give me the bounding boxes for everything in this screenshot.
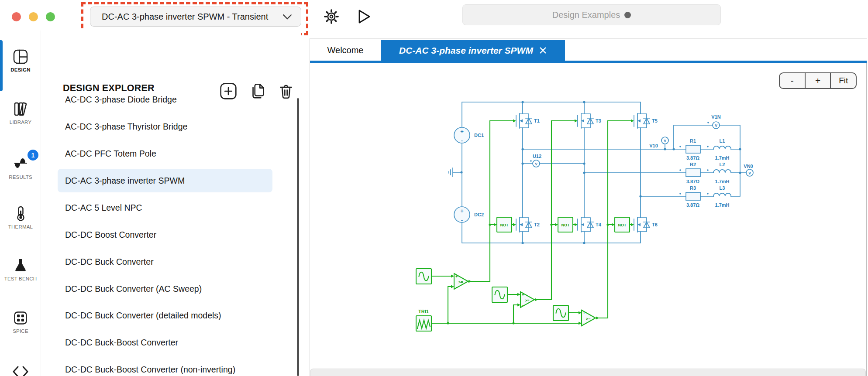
sidebar-item-label: LIBRARY: [10, 120, 31, 125]
svg-text:V: V: [715, 123, 717, 128]
svg-text:R1: R1: [690, 138, 696, 144]
list-item[interactable]: AC-DC 3-phase Diode Bridge: [58, 88, 272, 111]
svg-text:V: V: [748, 171, 751, 175]
design-config-dropdown[interactable]: DC-AC 3-phase inverter SPWM - Transient: [90, 7, 301, 27]
design-examples-button[interactable]: Design Examples: [462, 4, 721, 25]
mosfet-t4[interactable]: T4: [578, 217, 602, 232]
window-close-button[interactable]: [12, 12, 21, 21]
resistor-r1[interactable]: R1 3.87Ω: [686, 138, 700, 161]
svg-text:DC1: DC1: [474, 133, 484, 138]
flask-icon: [12, 257, 29, 274]
sine-source-1[interactable]: [416, 269, 431, 284]
voltmeter-u12[interactable]: V U12: [533, 154, 541, 167]
sidebar-item-thermal[interactable]: THERMAL: [0, 205, 41, 229]
sidebar-item-test-bench[interactable]: TEST BENCH: [0, 257, 41, 281]
sidebar-item-design[interactable]: DESIGN: [0, 48, 41, 72]
window-zoom-button[interactable]: [46, 12, 55, 21]
svg-text:+: +: [522, 293, 524, 297]
sidebar-item-code[interactable]: [0, 363, 41, 376]
comparator-3[interactable]: + - >=: [582, 310, 596, 326]
results-count-badge: 1: [28, 150, 38, 161]
mosfet-t5[interactable]: T5: [634, 113, 658, 128]
run-simulation-button[interactable]: [358, 9, 371, 24]
sine-source-2[interactable]: [492, 287, 507, 302]
mosfet-t3[interactable]: T3: [578, 113, 601, 128]
svg-text:V1N: V1N: [711, 114, 720, 120]
sidebar-item-results[interactable]: 1 RESULTS: [0, 154, 41, 180]
sine-source-3[interactable]: [553, 305, 568, 321]
list-item[interactable]: DC-DC Buck Converter (AC Sweep): [58, 277, 272, 301]
not-gate-1[interactable]: NOT: [497, 217, 512, 232]
comparator-1[interactable]: + - >=: [454, 273, 468, 289]
sidebar-item-library[interactable]: LIBRARY: [0, 100, 41, 125]
svg-text:T5: T5: [652, 118, 658, 123]
svg-text:-: -: [583, 321, 585, 326]
voltmeter-vn0[interactable]: V VN0: [744, 164, 753, 176]
tab-welcome[interactable]: Welcome: [310, 40, 381, 61]
sidebar-item-spice[interactable]: SPICE: [0, 309, 41, 334]
resistor-r3[interactable]: R3 3.87Ω: [686, 185, 700, 208]
inductor-l2[interactable]: L2 1.7mH: [713, 162, 731, 184]
svg-text:1.7mH: 1.7mH: [715, 179, 729, 184]
explorer-scrollbar[interactable]: [297, 98, 299, 376]
list-item[interactable]: DC-DC Buck Converter: [58, 250, 272, 273]
list-item[interactable]: DC-DC Boost Converter: [58, 223, 272, 246]
design-config-dropdown-value: DC-AC 3-phase inverter SPWM - Transient: [102, 12, 282, 22]
svg-text:1.7mH: 1.7mH: [715, 155, 729, 161]
mosfet-t1[interactable]: T1: [516, 113, 540, 128]
not-gate-3[interactable]: NOT: [615, 217, 630, 232]
svg-text:V: V: [535, 162, 537, 166]
list-item-selected[interactable]: DC-AC 3-phase inverter SPWM: [58, 169, 272, 192]
dc-source-dc2[interactable]: + - DC2: [454, 207, 484, 223]
inductor-l1[interactable]: L1 1.7mH: [713, 138, 731, 161]
svg-text:VN0: VN0: [744, 164, 753, 169]
mosfet-t6[interactable]: T6: [634, 217, 658, 232]
comparator-2[interactable]: + - >=: [520, 292, 534, 308]
examples-dot-icon: [624, 12, 631, 18]
tab-active-design[interactable]: DC-AC 3-phase inverter SPWM: [381, 40, 565, 61]
svg-text:R2: R2: [690, 162, 696, 167]
code-icon: [11, 363, 30, 376]
not-gate-2[interactable]: NOT: [558, 217, 573, 232]
zoom-in-button[interactable]: +: [805, 73, 830, 88]
svg-text:DC2: DC2: [474, 212, 484, 217]
schematic-canvas[interactable]: + - DC1 + - DC2 T1 T3 T5 T2: [310, 63, 866, 369]
voltmeter-v1n[interactable]: V V1N: [711, 114, 720, 129]
window-minimize-button[interactable]: [29, 12, 38, 21]
svg-text:R3: R3: [690, 185, 696, 191]
svg-text:>=: >=: [586, 317, 591, 321]
sidebar-item-label: THERMAL: [8, 224, 33, 229]
list-item[interactable]: AC-DC 3-phase Thyristor Bridge: [58, 115, 272, 138]
mosfet-t2[interactable]: T2: [516, 217, 540, 232]
list-item[interactable]: DC-AC 5 Level NPC: [58, 196, 272, 219]
voltmeter-v10[interactable]: V V10: [649, 137, 668, 148]
list-item[interactable]: DC-DC Buck-Boost Converter (non-invertin…: [58, 358, 272, 376]
svg-text:V: V: [664, 139, 666, 143]
delete-design-button[interactable]: [277, 82, 295, 100]
trash-icon: [280, 85, 291, 98]
sidebar-item-label: SPICE: [13, 328, 28, 334]
svg-text:-: -: [456, 285, 457, 289]
gear-icon: [325, 10, 338, 23]
settings-button[interactable]: [323, 8, 340, 25]
svg-text:L1: L1: [720, 138, 725, 144]
tab-close-icon[interactable]: [539, 47, 547, 54]
dc-source-dc1[interactable]: + - DC1: [454, 127, 484, 144]
canvas-frame-top: [310, 38, 867, 39]
inductor-l3[interactable]: L3 1.7mH: [713, 185, 731, 208]
signal-arrows: [451, 120, 634, 325]
svg-text:+: +: [583, 311, 585, 315]
sidebar-item-label: RESULTS: [9, 174, 32, 180]
list-item[interactable]: AC-DC PFC Totem Pole: [58, 142, 272, 165]
svg-text:+: +: [455, 274, 458, 279]
list-item[interactable]: DC-DC Buck Converter (detailed models): [58, 304, 272, 327]
triangle-source-tri1[interactable]: TRI1: [416, 309, 431, 331]
zoom-out-button[interactable]: -: [780, 73, 805, 88]
svg-text:1.7mH: 1.7mH: [715, 202, 729, 208]
app-window: DC-AC 3-phase inverter SPWM - Transient …: [0, 0, 868, 376]
zoom-fit-button[interactable]: Fit: [830, 73, 856, 88]
resistor-r2[interactable]: R2 3.87Ω: [686, 162, 700, 184]
canvas-horizontal-scrollbar[interactable]: [310, 369, 866, 376]
svg-text:NOT: NOT: [561, 223, 570, 227]
list-item[interactable]: DC-DC Buck-Boost Converter: [58, 331, 272, 354]
